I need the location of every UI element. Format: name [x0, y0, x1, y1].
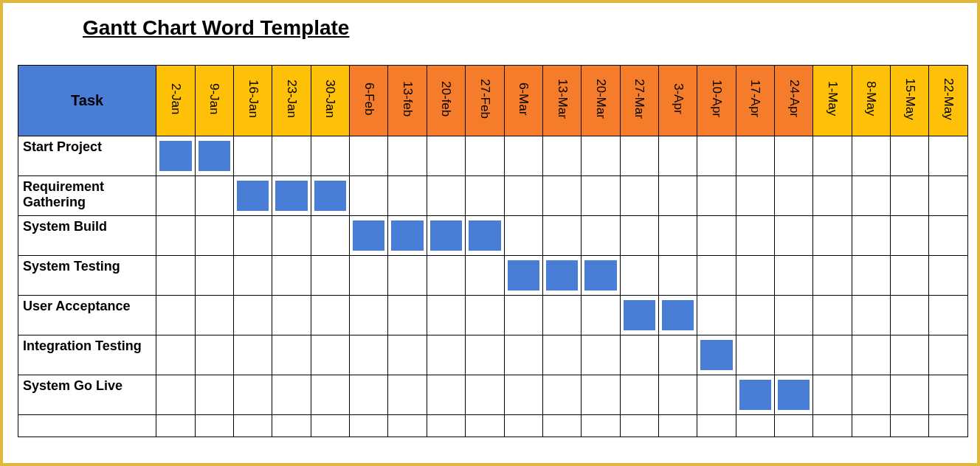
gantt-empty-cell: [891, 256, 929, 296]
gantt-empty-cell: [658, 216, 697, 256]
gantt-empty-cell: [504, 375, 542, 415]
gantt-empty-cell: [929, 335, 968, 375]
gantt-empty-cell: [697, 296, 736, 335]
gantt-bar-cell: [736, 375, 774, 415]
gantt-empty-cell: [195, 415, 233, 437]
gantt-empty-cell: [504, 216, 542, 256]
gantt-empty-cell: [427, 335, 465, 375]
gantt-empty-cell: [620, 176, 658, 216]
gantt-bar-cell: [582, 256, 620, 296]
gantt-bar-cell: [388, 216, 427, 256]
date-label: 6-Feb: [362, 83, 376, 115]
gantt-bar-cell: [504, 256, 542, 296]
gantt-empty-cell: [736, 256, 774, 296]
gantt-empty-cell: [582, 415, 620, 437]
gantt-empty-cell: [891, 415, 929, 437]
gantt-empty-cell: [272, 296, 311, 335]
gantt-empty-cell: [156, 335, 195, 375]
gantt-row-empty: [18, 415, 968, 437]
gantt-empty-cell: [466, 296, 504, 335]
task-name-cell: System Go Live: [18, 375, 156, 415]
gantt-empty-cell: [852, 256, 890, 296]
date-header: 10-Apr: [697, 66, 736, 136]
gantt-empty-cell: [620, 335, 658, 375]
gantt-empty-cell: [466, 415, 504, 437]
gantt-empty-cell: [427, 415, 465, 437]
date-header: 6-Feb: [350, 66, 388, 136]
gantt-empty-cell: [582, 335, 620, 375]
gantt-bar-cell: [542, 256, 581, 296]
date-header: 9-Jan: [195, 66, 233, 136]
gantt-empty-cell: [620, 256, 658, 296]
gantt-empty-cell: [272, 335, 311, 375]
task-name-cell: Start Project: [18, 136, 156, 176]
page-title: Gantt Chart Word Template: [83, 16, 349, 40]
gantt-row: Requirement Gathering: [18, 176, 968, 216]
gantt-empty-cell: [350, 136, 388, 176]
gantt-empty-cell: [350, 296, 388, 335]
gantt-empty-cell: [891, 136, 929, 176]
gantt-bar-cell: [350, 216, 388, 256]
gantt-bar-cell: [156, 136, 195, 176]
gantt-empty-cell: [156, 256, 195, 296]
gantt-empty-cell: [775, 136, 813, 176]
gantt-empty-cell: [620, 415, 658, 437]
gantt-empty-cell: [272, 415, 311, 437]
gantt-empty-cell: [311, 216, 349, 256]
gantt-empty-cell: [234, 415, 272, 437]
date-header: 27-Feb: [466, 66, 504, 136]
date-header: 30-Jan: [311, 66, 349, 136]
gantt-empty-cell: [504, 136, 542, 176]
gantt-empty-cell: [813, 375, 852, 415]
gantt-empty-cell: [697, 136, 736, 176]
gantt-bar-cell: [658, 296, 697, 335]
gantt-empty-cell: [891, 335, 929, 375]
gantt-empty-cell: [311, 375, 349, 415]
gantt-empty-cell: [620, 216, 658, 256]
gantt-empty-cell: [195, 375, 233, 415]
gantt-row: System Build: [18, 216, 968, 256]
gantt-empty-cell: [156, 176, 195, 216]
gantt-row: User Acceptance: [18, 296, 968, 335]
gantt-empty-cell: [697, 176, 736, 216]
gantt-empty-cell: [852, 415, 890, 437]
date-label: 3-Apr: [671, 83, 686, 114]
gantt-empty-cell: [388, 176, 427, 216]
date-label: 13-feb: [400, 81, 415, 116]
date-label: 16-Jan: [246, 80, 260, 118]
gantt-empty-cell: [736, 415, 774, 437]
gantt-empty-cell: [388, 375, 427, 415]
gantt-empty-cell: [813, 216, 852, 256]
date-header: 13-Mar: [542, 66, 581, 136]
date-header: 16-Jan: [234, 66, 272, 136]
gantt-empty-cell: [582, 136, 620, 176]
gantt-empty-cell: [813, 296, 852, 335]
gantt-empty-cell: [504, 335, 542, 375]
gantt-empty-cell: [542, 296, 581, 335]
gantt-empty-cell: [466, 335, 504, 375]
gantt-empty-cell: [466, 136, 504, 176]
gantt-empty-cell: [234, 335, 272, 375]
gantt-empty-cell: [658, 415, 697, 437]
gantt-empty-cell: [658, 335, 697, 375]
date-label: 24-Apr: [787, 80, 801, 117]
date-label: 8-May: [863, 81, 878, 116]
date-header: 22-May: [929, 66, 968, 136]
gantt-empty-cell: [427, 136, 465, 176]
gantt-empty-cell: [195, 335, 233, 375]
task-name-cell: Requirement Gathering: [18, 176, 156, 216]
gantt-empty-cell: [311, 256, 349, 296]
gantt-empty-cell: [852, 176, 890, 216]
gantt-bar-cell: [234, 176, 272, 216]
gantt-empty-cell: [504, 415, 542, 437]
date-header: 6-Mar: [504, 66, 542, 136]
gantt-empty-cell: [697, 216, 736, 256]
gantt-empty-cell: [350, 335, 388, 375]
gantt-empty-cell: [852, 375, 890, 415]
date-label: 15-May: [903, 78, 917, 120]
gantt-empty-cell: [272, 375, 311, 415]
date-header: 27-Mar: [620, 66, 658, 136]
task-name-cell: System Testing: [18, 256, 156, 296]
gantt-empty-cell: [542, 335, 581, 375]
gantt-empty-cell: [427, 375, 465, 415]
